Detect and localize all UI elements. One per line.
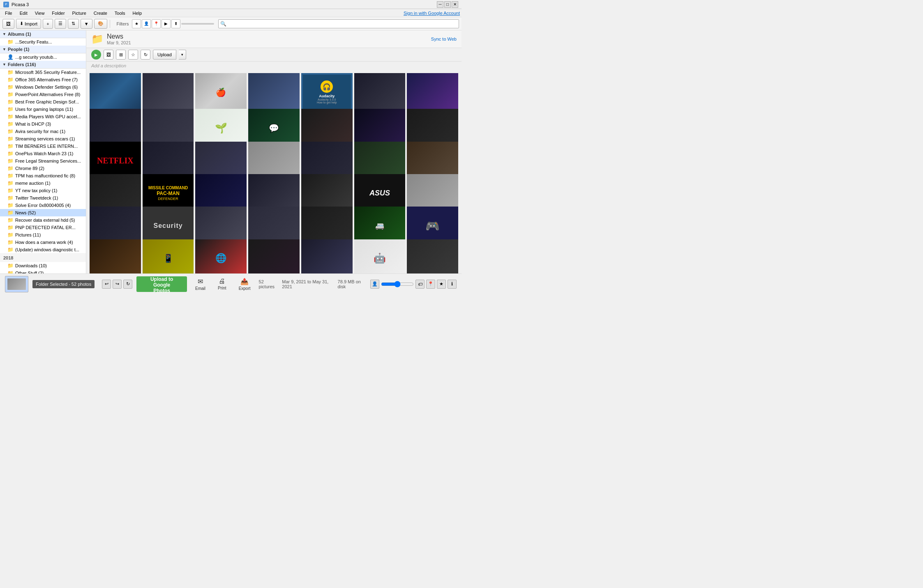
slideshow-btn[interactable]: 🖼 — [104, 50, 113, 60]
sidebar-item-people-child[interactable]: 👤 ...g security youtub... — [0, 53, 86, 61]
star-btn[interactable]: ☆ — [128, 50, 138, 60]
sync-to-web[interactable]: Sync to Web — [431, 36, 457, 42]
sidebar-item-pictures[interactable]: 📁 Pictures (11) — [0, 231, 86, 239]
sort-btn[interactable]: ⇅ — [68, 19, 79, 29]
info-icon[interactable]: ℹ — [448, 280, 457, 289]
sidebar-item-solve[interactable]: 📁 Solve Error 0x80004005 (4) — [0, 202, 86, 209]
location-icon[interactable]: 📍 — [426, 280, 435, 289]
sidebar-item-downloads[interactable]: 📁 Downloads (10) — [0, 262, 86, 269]
sidebar-item-tim[interactable]: 📁 TIM BERNERS LEE INTERN... — [0, 142, 86, 150]
new-album-btn[interactable]: + — [43, 19, 53, 29]
upload-dropdown[interactable]: ▾ — [179, 50, 186, 60]
photo-thumb[interactable] — [90, 239, 141, 273]
sidebar-header-people[interactable]: ▼ People (1) — [0, 46, 86, 53]
filter-upload[interactable]: ⬆ — [171, 19, 180, 28]
sidebar-item-gaming[interactable]: 📁 Uses for gaming laptops (11) — [0, 106, 86, 113]
list-view-btn[interactable]: ☰ — [55, 19, 66, 29]
more-btn[interactable]: ▼ — [81, 19, 92, 29]
sidebar-item-meme[interactable]: 📁 meme auction (1) — [0, 179, 86, 187]
search-input[interactable] — [226, 21, 457, 26]
photo-thumb[interactable] — [143, 73, 194, 112]
search-bar[interactable]: 🔍 — [218, 19, 459, 28]
sidebar-item-graphic[interactable]: 📁 Best Free Graphic Design Sof... — [0, 98, 86, 106]
photo-thumb[interactable] — [301, 239, 353, 273]
sidebar-item-recover[interactable]: 📁 Recover data external hdd (5) — [0, 216, 86, 224]
sidebar-item-dhcp[interactable]: 📁 What is DHCP (3) — [0, 120, 86, 128]
sidebar-section-people[interactable]: ▼ People (1) 👤 ...g security youtub... — [0, 46, 86, 61]
effects-btn[interactable]: 🎨 — [94, 19, 107, 29]
people-view-icon[interactable]: 👤 — [370, 280, 379, 289]
menu-tools[interactable]: Tools — [111, 10, 129, 16]
photo-thumb[interactable] — [90, 73, 141, 112]
sidebar-item-streaming[interactable]: 📁 Streaming services oscars (1) — [0, 135, 86, 142]
email-action-btn[interactable]: ✉ Email — [191, 276, 210, 292]
import-button[interactable]: ⬇ Import — [16, 19, 41, 29]
sidebar-item-media[interactable]: 📁 Media Players With GPU accel... — [0, 113, 86, 120]
sidebar-item-pptalt[interactable]: 📁 PowerPoint Alternatives Free (8) — [0, 91, 86, 98]
filter-geo[interactable]: 📍 — [152, 19, 161, 28]
close-button[interactable]: ✕ — [452, 1, 458, 8]
photo-thumb[interactable] — [248, 73, 300, 112]
sidebar-header-albums[interactable]: ▼ Albums (1) — [0, 30, 86, 38]
sidebar-item-chrome89[interactable]: 📁 Chrome 89 (2) — [0, 165, 86, 172]
sidebar-item-ms365[interactable]: 📁 Microsoft 365 Security Feature... — [0, 69, 86, 76]
filter-star[interactable]: ★ — [132, 19, 141, 28]
zoom-slider[interactable] — [381, 280, 414, 289]
photo-thumb[interactable] — [354, 73, 406, 112]
sidebar-item-twitter[interactable]: 📁 Twitter Tweetdeck (1) — [0, 194, 86, 202]
rotate-btn[interactable]: ↻ — [141, 50, 150, 60]
refresh-btn[interactable]: ↻ — [123, 280, 132, 289]
sync-label[interactable]: Sync to Web — [431, 37, 457, 41]
print-action-btn[interactable]: 🖨 Print — [214, 276, 231, 292]
menu-edit[interactable]: Edit — [16, 10, 31, 16]
sidebar-item-avira[interactable]: 📁 Avira security for mac (1) — [0, 128, 86, 135]
sidebar-item-pnp[interactable]: 📁 PNP DETECTED FATAL ER... — [0, 224, 86, 231]
sidebar-section-albums[interactable]: ▼ Albums (1) 📁 ...Security Featu... — [0, 30, 86, 46]
star-status-icon[interactable]: ★ — [437, 280, 446, 289]
sidebar-item-news[interactable]: 📁 News (52) — [0, 209, 86, 216]
tag-icon[interactable]: 🏷 — [415, 280, 425, 289]
photo-thumb[interactable] — [248, 239, 300, 273]
upload-to-google-photos-button[interactable]: Upload to GooglePhotos — [136, 276, 187, 292]
photo-thumb[interactable]: 🌐 — [195, 239, 247, 273]
photo-thumb[interactable] — [407, 73, 458, 112]
sidebar-item-windiag[interactable]: 📁 (Update) windows diagnostic t... — [0, 246, 86, 253]
menu-file[interactable]: File — [2, 10, 16, 16]
menu-create[interactable]: Create — [90, 10, 111, 16]
sidebar-item-tpm[interactable]: 📁 TPM has malfucntioned fic (8) — [0, 172, 86, 179]
sidebar-section-folders[interactable]: ▼ Folders (116) 📁 Microsoft 365 Security… — [0, 61, 86, 253]
play-button[interactable]: ▶ — [91, 50, 101, 60]
export-action-btn[interactable]: 📤 Export — [235, 276, 255, 292]
menu-help[interactable]: Help — [129, 10, 145, 16]
photo-thumb[interactable]: 📱 — [143, 239, 194, 273]
title-bar-controls[interactable]: ─ □ ✕ — [437, 1, 458, 8]
grid-view-btn[interactable]: ⊞ — [116, 50, 126, 60]
description-text[interactable]: Add a description — [86, 62, 462, 70]
sidebar-item-windefender[interactable]: 📁 Windows Defender Settings (6) — [0, 83, 86, 91]
photo-thumb[interactable]: 🍎 — [195, 73, 247, 112]
sidebar-item-office365[interactable]: 📁 Office 365 Alternatives Free (7) — [0, 76, 86, 83]
sidebar-header-folders[interactable]: ▼ Folders (116) — [0, 61, 86, 69]
minimize-button[interactable]: ─ — [437, 1, 443, 8]
menu-view[interactable]: View — [32, 10, 48, 16]
upload-button[interactable]: Upload — [153, 50, 176, 60]
filter-slider[interactable] — [181, 23, 214, 25]
sign-in-link[interactable]: Sign in with Google Account — [404, 11, 460, 16]
menu-picture[interactable]: Picture — [69, 10, 90, 16]
maximize-button[interactable]: □ — [444, 1, 451, 8]
sidebar-item-legal[interactable]: 📁 Free Legal Streaming Services... — [0, 157, 86, 165]
sidebar-item-albums-child[interactable]: 📁 ...Security Featu... — [0, 38, 86, 46]
photo-thumb[interactable]: 🤖 — [354, 239, 406, 273]
redo-btn[interactable]: ↪ — [113, 280, 122, 289]
undo-btn[interactable]: ↩ — [102, 280, 111, 289]
sidebar-item-yt[interactable]: 📁 YT new tax policy (1) — [0, 187, 86, 194]
photo-thumb-audacity[interactable]: 🎧 Audacity Audacity 3.0.0 How to get hel… — [301, 73, 353, 112]
view-toggle-btn[interactable]: 🖼 — [2, 19, 14, 29]
sidebar-item-otherstuff[interactable]: 📁 Other Stuff (2) — [0, 269, 86, 273]
sidebar-item-oneplus[interactable]: 📁 OnePlus Watch March 23 (1) — [0, 150, 86, 157]
photo-thumb[interactable] — [407, 239, 458, 273]
menu-folder[interactable]: Folder — [48, 10, 68, 16]
filter-people[interactable]: 👤 — [142, 19, 151, 28]
filter-video[interactable]: ▶ — [162, 19, 171, 28]
sidebar-item-camera[interactable]: 📁 How does a camera work (4) — [0, 239, 86, 246]
